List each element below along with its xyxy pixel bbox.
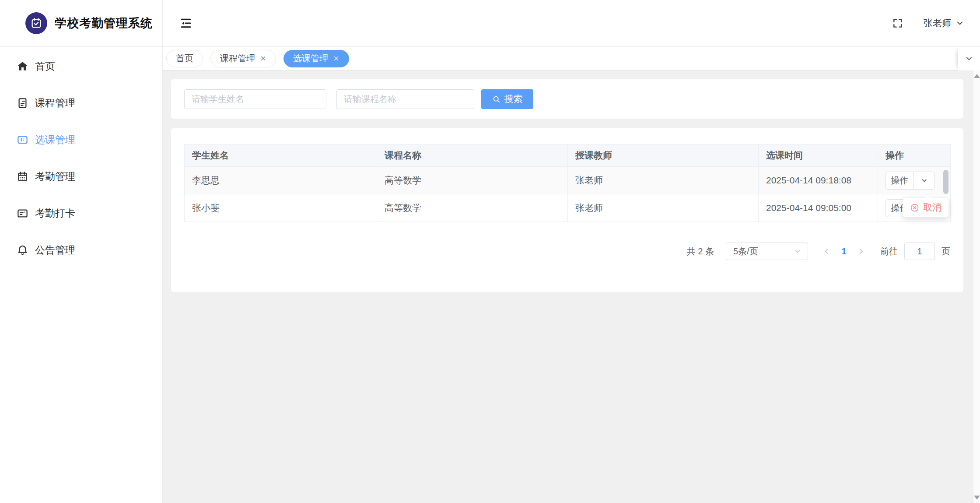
table-row: 张小斐 高等数学 张老师 2025-04-14 09:05:00 操作 <box>185 194 951 222</box>
cell-course: 高等数学 <box>377 167 568 194</box>
sidebar-item-course-management[interactable]: 课程管理 <box>0 84 162 121</box>
home-icon <box>17 60 28 72</box>
search-panel: 搜索 <box>171 79 963 119</box>
goto-page-label: 前往 <box>880 246 898 257</box>
goto-page-input[interactable] <box>904 243 935 260</box>
top-header: 张老师 <box>163 0 980 47</box>
column-header-actions: 操作 <box>878 144 951 167</box>
announcement-bell-icon <box>17 244 28 256</box>
page-unit-label: 页 <box>942 246 950 257</box>
chevron-down-icon <box>956 19 964 28</box>
cell-time: 2025-04-14 09:05:00 <box>759 194 878 222</box>
sidebar-item-enrollment-management[interactable]: 选课管理 <box>0 121 162 158</box>
column-header-student: 学生姓名 <box>185 144 377 167</box>
action-button[interactable]: 操作 <box>886 172 914 189</box>
app-root: 学校考勤管理系统 首页 课程管理 <box>0 0 980 503</box>
page-number-1[interactable]: 1 <box>837 243 851 260</box>
search-icon <box>492 95 500 103</box>
scroll-up-arrow-icon[interactable] <box>974 74 980 78</box>
page-size-value: 5条/页 <box>733 246 794 257</box>
scroll-down-arrow-icon[interactable] <box>974 496 980 499</box>
sidebar-collapse-icon[interactable] <box>179 17 192 30</box>
sidebar-item-announcement-management[interactable]: 公告管理 <box>0 232 162 268</box>
cancel-menu-item[interactable]: 取消 <box>923 201 942 214</box>
cell-student: 李思思 <box>185 167 377 194</box>
table-header-row: 学生姓名 课程名称 授课教师 选课时间 操作 <box>185 144 951 167</box>
calendar-check-logo-icon <box>25 12 47 34</box>
next-page-button[interactable] <box>854 243 868 260</box>
app-title: 学校考勤管理系统 <box>55 15 153 31</box>
tab-overflow-button[interactable] <box>958 47 980 70</box>
cell-teacher: 张老师 <box>568 194 759 222</box>
sidebar-item-attendance-management[interactable]: 考勤管理 <box>0 158 162 195</box>
circle-close-icon <box>910 203 919 212</box>
course-name-input[interactable] <box>336 89 474 109</box>
sidebar-item-label: 考勤管理 <box>35 170 75 183</box>
fullscreen-icon[interactable] <box>892 18 903 29</box>
column-header-time: 选课时间 <box>759 144 878 167</box>
page-scrollbar[interactable] <box>973 70 980 503</box>
enrollment-table: 学生姓名 课程名称 授课教师 选课时间 操作 李思思 高等数学 张老师 2025… <box>184 144 951 222</box>
app-logo: 学校考勤管理系统 <box>0 0 162 47</box>
sidebar-item-label: 考勤打卡 <box>35 207 75 220</box>
cell-student: 张小斐 <box>185 194 377 222</box>
tab-course-management[interactable]: 课程管理 <box>210 50 276 67</box>
tab-bar: 首页 课程管理 选课管理 <box>163 47 980 70</box>
page-size-select[interactable]: 5条/页 <box>726 243 808 260</box>
close-icon[interactable] <box>333 55 340 62</box>
course-doc-icon <box>17 97 28 109</box>
table-row: 李思思 高等数学 张老师 2025-04-14 09:18:08 操作 <box>185 167 951 194</box>
user-menu[interactable]: 张老师 <box>924 17 964 29</box>
chevron-left-icon <box>822 247 830 255</box>
enrollment-card-icon <box>17 134 28 146</box>
chevron-right-icon <box>858 247 865 255</box>
cell-course: 高等数学 <box>377 194 568 222</box>
user-name: 张老师 <box>924 17 951 29</box>
action-dropdown-menu: 取消 <box>903 197 949 218</box>
pagination-total: 共 2 条 <box>687 246 714 257</box>
student-name-input[interactable] <box>184 89 326 109</box>
cell-teacher: 张老师 <box>568 167 759 194</box>
column-header-course: 课程名称 <box>377 144 568 167</box>
sidebar-menu: 首页 课程管理 选课管理 <box>0 47 162 268</box>
chevron-down-icon <box>920 177 928 184</box>
sidebar: 学校考勤管理系统 首页 课程管理 <box>0 0 163 503</box>
table-scrollbar-thumb[interactable] <box>943 170 948 194</box>
close-icon[interactable] <box>260 55 266 62</box>
sidebar-item-label: 公告管理 <box>35 243 75 257</box>
chevron-down-icon <box>794 247 802 255</box>
checkin-card-icon <box>17 208 28 219</box>
sidebar-item-home[interactable]: 首页 <box>0 48 162 84</box>
column-header-teacher: 授课教师 <box>568 144 759 167</box>
cell-time: 2025-04-14 09:18:08 <box>759 167 878 194</box>
pagination: 共 2 条 5条/页 1 前往 页 <box>687 243 950 260</box>
tab-enrollment-management[interactable]: 选课管理 <box>284 50 349 67</box>
search-button[interactable]: 搜索 <box>481 89 533 109</box>
sidebar-item-label: 课程管理 <box>35 96 75 110</box>
cell-actions: 操作 <box>878 167 951 194</box>
enrollment-table-panel: 学生姓名 课程名称 授课教师 选课时间 操作 李思思 高等数学 张老师 2025… <box>171 128 963 292</box>
action-dropdown-toggle[interactable] <box>914 172 934 189</box>
attendance-calendar-icon <box>17 171 28 183</box>
previous-page-button[interactable] <box>819 243 833 260</box>
tab-label: 首页 <box>176 53 193 64</box>
sidebar-item-label: 首页 <box>35 60 55 73</box>
tab-label: 选课管理 <box>293 53 328 64</box>
chevron-down-icon <box>965 54 973 63</box>
sidebar-item-attendance-checkin[interactable]: 考勤打卡 <box>0 195 162 232</box>
tab-home[interactable]: 首页 <box>166 50 203 67</box>
search-button-label: 搜索 <box>504 93 523 105</box>
row-action-split-button: 操作 <box>886 172 935 190</box>
tab-label: 课程管理 <box>220 53 255 64</box>
sidebar-item-label: 选课管理 <box>35 133 75 147</box>
